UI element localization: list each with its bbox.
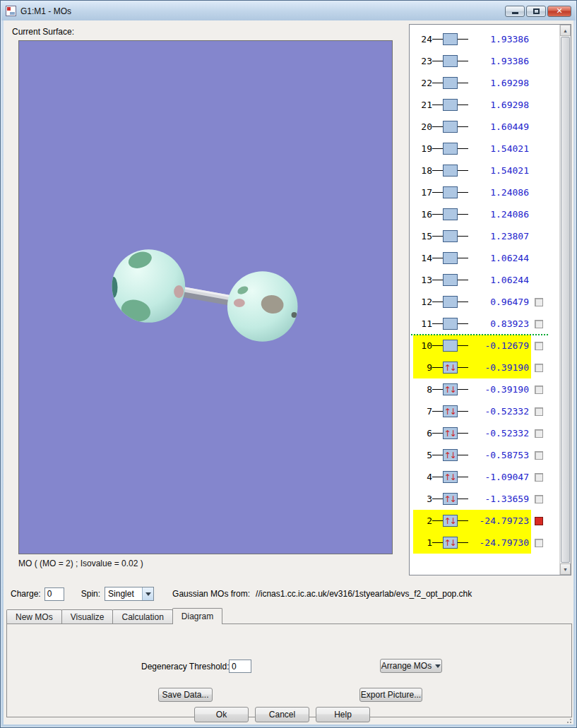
mo-scrollbar[interactable]: ▲ ▼ xyxy=(559,25,571,575)
maximize-button[interactable] xyxy=(526,6,546,17)
level-line xyxy=(458,148,468,149)
mo-occupancy-box[interactable] xyxy=(443,274,458,286)
mo-occupancy-box[interactable] xyxy=(443,143,458,155)
mo-occupancy-box[interactable] xyxy=(443,99,458,111)
tab-calculation[interactable]: Calculation xyxy=(112,609,172,624)
mo-visibility-checkbox[interactable] xyxy=(535,407,543,416)
level-line xyxy=(432,83,443,83)
mo-occupancy-box[interactable]: ↑↓ xyxy=(443,383,458,395)
mo-number: 11 xyxy=(413,318,432,329)
mo-visibility-checkbox[interactable] xyxy=(535,364,543,372)
mo-visibility-checkbox[interactable] xyxy=(535,320,543,328)
mo-number: 8 xyxy=(413,384,432,395)
mo-occupancy-box[interactable] xyxy=(443,340,458,352)
mo-visibility-checkbox[interactable] xyxy=(535,495,543,503)
mo-occupancy-box[interactable]: ↑↓ xyxy=(443,471,458,483)
mo-row: 6↑↓-0.52332 xyxy=(410,422,559,444)
minimize-button[interactable] xyxy=(505,6,525,17)
mo-occupancy-box[interactable] xyxy=(443,77,458,89)
mo-level[interactable]: 8↑↓-0.39190 xyxy=(413,378,531,400)
degeneracy-threshold-input[interactable] xyxy=(229,660,251,673)
mo-visibility-checkbox[interactable] xyxy=(535,517,543,525)
mo-visibility-checkbox[interactable] xyxy=(535,342,543,350)
mo-row: 10-0.12679 xyxy=(410,335,559,357)
mo-level[interactable]: 3↑↓-1.33659 xyxy=(413,488,531,510)
settings-row: Charge: Spin: Singlet Gaussian MOs from:… xyxy=(11,586,472,602)
mo-occupancy-box[interactable]: ↑↓ xyxy=(443,405,458,417)
scrollbar-thumb[interactable] xyxy=(561,37,570,563)
mo-occupancy-box[interactable]: ↑↓ xyxy=(443,362,458,374)
resize-grip[interactable] xyxy=(564,715,572,724)
mo-visibility-checkbox[interactable] xyxy=(535,386,543,394)
tab-diagram[interactable]: Diagram xyxy=(172,608,222,624)
mo-level[interactable]: 151.23807 xyxy=(413,225,531,247)
mos-window: G1:M1 - MOs ✕ Current Surface: xyxy=(0,0,577,728)
tab-visualize[interactable]: Visualize xyxy=(61,609,114,624)
mo-level[interactable]: 1↑↓-24.79730 xyxy=(413,532,531,554)
mo-level[interactable]: 2↑↓-24.79723 xyxy=(413,510,531,532)
mo-energy-value: 1.54021 xyxy=(472,143,531,154)
mo-occupancy-box[interactable] xyxy=(443,33,458,45)
mo-occupancy-box[interactable] xyxy=(443,296,458,308)
cancel-button[interactable]: Cancel xyxy=(255,707,309,722)
level-line xyxy=(458,389,468,390)
mo-visibility-checkbox[interactable] xyxy=(535,451,543,460)
mo-level[interactable]: 120.96479 xyxy=(413,291,531,313)
mo-level[interactable]: 5↑↓-0.58753 xyxy=(413,444,531,466)
save-data-button[interactable]: Save Data... xyxy=(158,688,213,702)
level-line xyxy=(458,455,468,455)
mo-energy-value: 1.93386 xyxy=(472,34,531,44)
mo-occupancy-box[interactable] xyxy=(443,208,458,220)
mo-energy-value: -0.39190 xyxy=(472,362,531,373)
mo-occupancy-box[interactable] xyxy=(443,186,458,198)
mo-occupancy-box[interactable] xyxy=(443,121,458,133)
mo-level[interactable]: 201.60449 xyxy=(413,116,531,138)
mo-visibility-checkbox[interactable] xyxy=(535,539,543,547)
mo-occupancy-box[interactable] xyxy=(443,55,458,67)
molecule-viewport[interactable] xyxy=(18,40,393,554)
mo-level[interactable]: 191.54021 xyxy=(413,138,531,160)
mo-level[interactable]: 4↑↓-1.09047 xyxy=(413,466,531,488)
mo-level[interactable]: 231.93386 xyxy=(413,50,531,72)
mo-occupancy-box[interactable]: ↑↓ xyxy=(443,493,458,505)
mo-visibility-checkbox[interactable] xyxy=(535,473,543,482)
titlebar[interactable]: G1:M1 - MOs ✕ xyxy=(1,1,576,20)
mo-occupancy-box[interactable]: ↑↓ xyxy=(443,449,458,461)
mo-diagram-panel: 241.93386231.93386221.69298211.69298201.… xyxy=(409,24,571,575)
tab-new-mos[interactable]: New MOs xyxy=(6,609,62,624)
scroll-up-button[interactable]: ▲ xyxy=(560,25,571,36)
mo-level[interactable]: 241.93386 xyxy=(413,28,531,50)
mo-level[interactable]: 211.69298 xyxy=(413,94,531,116)
mo-level[interactable]: 221.69298 xyxy=(413,72,531,94)
arrange-mos-button[interactable]: Arrange MOs xyxy=(380,659,442,673)
mo-number: 14 xyxy=(413,253,432,263)
mo-level[interactable]: 161.24086 xyxy=(413,203,531,225)
mo-level[interactable]: 7↑↓-0.52332 xyxy=(413,400,531,422)
mo-occupancy-box[interactable] xyxy=(443,230,458,242)
mo-level[interactable]: 6↑↓-0.52332 xyxy=(413,422,531,444)
mo-level[interactable]: 110.83923 xyxy=(413,313,531,335)
mo-visibility-checkbox[interactable] xyxy=(535,298,543,306)
mo-level[interactable]: 9↑↓-0.39190 xyxy=(413,357,531,378)
mo-occupancy-box[interactable]: ↑↓ xyxy=(443,537,458,549)
close-button[interactable]: ✕ xyxy=(547,6,571,17)
mo-level[interactable]: 10-0.12679 xyxy=(413,335,531,357)
level-line xyxy=(432,411,443,412)
help-button[interactable]: Help xyxy=(316,707,370,722)
mo-occupancy-box[interactable] xyxy=(443,252,458,264)
charge-input[interactable] xyxy=(44,587,64,601)
mo-occupancy-box[interactable]: ↑↓ xyxy=(443,515,458,527)
mo-occupancy-box[interactable] xyxy=(443,318,458,330)
mo-occupancy-box[interactable]: ↑↓ xyxy=(443,427,458,439)
mo-level[interactable]: 141.06244 xyxy=(413,247,531,269)
spin-select[interactable]: Singlet xyxy=(105,587,154,601)
mo-level[interactable]: 131.06244 xyxy=(413,269,531,291)
mo-level[interactable]: 171.24086 xyxy=(413,181,531,203)
mo-occupancy-box[interactable] xyxy=(443,165,458,177)
ok-button[interactable]: Ok xyxy=(194,707,249,722)
mo-visibility-checkbox[interactable] xyxy=(535,429,543,438)
export-picture-button[interactable]: Export Picture... xyxy=(359,688,422,702)
scroll-down-button[interactable]: ▼ xyxy=(560,563,571,575)
mo-number: 10 xyxy=(413,340,432,351)
mo-level[interactable]: 181.54021 xyxy=(413,160,531,181)
